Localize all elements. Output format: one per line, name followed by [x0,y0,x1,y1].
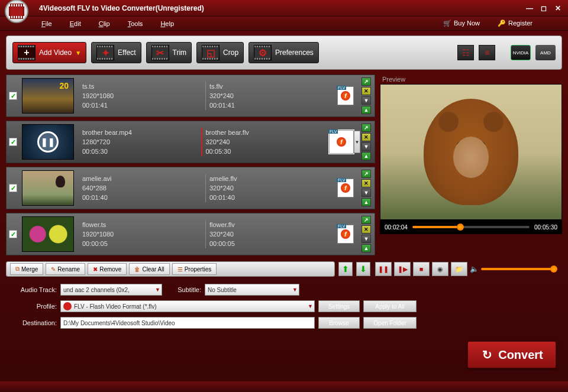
clear-all-button[interactable]: 🗑Clear All [129,263,169,275]
menu-file[interactable]: File [41,20,52,27]
file-duration: 00:00:05 [82,239,205,248]
file-name: flower.ts [82,220,205,229]
seek-slider[interactable] [412,226,530,228]
subtitle-select[interactable]: No Subtitle▼ [205,284,299,296]
file-expand-button[interactable]: ↗ [362,216,371,224]
trash-icon: 🗑 [134,266,140,273]
file-expand-button[interactable]: ↗ [362,124,371,132]
file-checkbox[interactable]: ✓ [9,92,17,100]
window-title: 4Videosoft FLV to Video Converter(Unregi… [33,4,524,12]
view-list-button[interactable]: ≡ [479,45,495,60]
profile-select[interactable]: FLV - Flash Video Format (*.flv) ▼ [60,300,315,312]
format-icon[interactable]: f [337,225,354,244]
preview-screen[interactable] [380,84,562,220]
crop-button[interactable]: ◱ Crop [196,42,244,63]
move-up-button[interactable]: ⬆ [338,262,353,276]
maximize-button[interactable]: ◻ [538,4,549,13]
info-icon: ☰ [178,266,183,273]
preferences-button[interactable]: ⚙ Preferences [248,42,319,63]
app-window: 4Videosoft FLV to Video Converter(Unregi… [0,0,568,392]
dropdown-arrow-icon: ▼ [75,50,81,56]
volume-control: 🔈 [470,265,555,273]
list-action-bar: ⧉Merge ✎Rename ✖Remove 🗑Clear All ☰Prope… [6,261,335,277]
file-name: amelie.avi [82,174,205,183]
output-name: ts.flv [209,82,333,91]
remove-button[interactable]: ✖Remove [88,263,127,275]
output-resolution: 320*240 [209,229,333,239]
nvidia-badge: NVIDIA [511,45,531,60]
step-button[interactable]: ❚▶ [394,262,411,276]
profile-label: Profile: [9,303,57,310]
menu-edit[interactable]: Edit [70,20,81,27]
stop-button[interactable]: ■ [413,262,430,276]
file-remove-button[interactable]: ✕ [362,225,371,234]
file-remove-button[interactable]: ✕ [362,179,371,187]
flash-icon: f [341,229,350,239]
speaker-icon[interactable]: 🔈 [470,265,479,273]
file-expand-button[interactable]: ↗ [362,170,371,178]
file-up-button[interactable]: ▲ [362,244,371,252]
minimize-button[interactable]: — [524,4,535,13]
format-icon[interactable]: f ▼ [329,130,354,154]
file-down-button[interactable]: ▼ [362,189,371,197]
file-up-button[interactable]: ▲ [362,106,371,114]
settings-button[interactable]: Settings [318,300,360,312]
rename-button[interactable]: ✎Rename [46,263,85,275]
file-down-button[interactable]: ▼ [362,96,371,105]
apply-to-all-button[interactable]: Apply to All [363,300,417,312]
snapshot-button[interactable]: ◉ [432,262,448,276]
format-dropdown-icon[interactable]: ▼ [354,131,360,153]
buy-now-link[interactable]: 🛒Buy Now [443,20,480,27]
move-down-button[interactable]: ⬇ [356,262,370,276]
trim-button[interactable]: ✂ Trim [146,42,192,63]
effect-button[interactable]: ✦ Effect [91,42,141,63]
file-item[interactable]: ✓ amelie.avi 640*288 00:01:40 amelie.flv… [6,167,375,209]
file-item[interactable]: ✓ ❚❚ brother bear.mp4 1280*720 00:05:30 … [6,121,375,163]
file-checkbox[interactable]: ✓ [9,230,17,238]
file-down-button[interactable]: ▼ [362,142,371,151]
menu-help[interactable]: Help [160,20,174,27]
open-folder-button[interactable]: Open Folder [363,317,417,329]
browse-button[interactable]: Browse [318,317,360,329]
file-list: ✓ ts.ts 1920*1080 00:01:41 ts.flv 320*24… [6,74,375,255]
file-item[interactable]: ✓ flower.ts 1920*1080 00:00:05 flower.fl… [6,213,375,255]
file-up-button[interactable]: ▲ [362,152,371,160]
flash-icon: f [341,91,350,101]
file-item[interactable]: ✓ ts.ts 1920*1080 00:01:41 ts.flv 320*24… [6,74,375,117]
file-expand-button[interactable]: ↗ [362,77,371,86]
flash-icon: f [337,137,346,147]
seek-knob-icon[interactable] [457,223,464,231]
convert-button[interactable]: ↻ Convert [467,341,556,368]
chevron-down-icon: ▼ [155,287,160,293]
menu-tools[interactable]: Tools [128,20,143,27]
file-checkbox[interactable]: ✓ [9,184,17,192]
file-checkbox[interactable]: ✓ [9,138,17,146]
audio-track-select[interactable]: und aac 2 channels (0x2,▼ [60,284,162,296]
menu-clip[interactable]: Clip [99,20,110,27]
file-thumbnail [22,170,74,206]
cart-icon: 🛒 [443,20,451,27]
volume-slider[interactable] [481,268,555,270]
file-resolution: 1920*1080 [82,229,205,239]
key-icon: 🔑 [498,20,506,27]
output-duration: 00:01:41 [209,101,333,110]
merge-button[interactable]: ⧉Merge [10,263,43,275]
file-remove-button[interactable]: ✕ [362,133,371,141]
destination-input[interactable]: D:\My Documents\4Videosoft Studio\Video [60,317,315,329]
file-controls: ↗ ✕ ▼ ▲ [362,216,372,252]
file-remove-button[interactable]: ✕ [362,87,371,95]
format-icon[interactable]: f [337,86,354,105]
volume-knob-icon[interactable] [550,265,557,273]
file-up-button[interactable]: ▲ [362,198,371,206]
properties-button[interactable]: ☰Properties [172,263,217,275]
view-detail-button[interactable]: ☷ [457,45,474,60]
format-icon[interactable]: f [337,179,354,197]
register-link[interactable]: 🔑Register [498,20,532,27]
pause-button[interactable]: ❚❚ [375,262,392,276]
add-video-button[interactable]: + Add Video▼ [12,42,86,63]
file-down-button[interactable]: ▼ [362,235,371,243]
output-duration: 00:05:30 [206,147,325,156]
snapshot-folder-button[interactable]: 📁 [451,262,467,276]
preview-controls: ❚❚ ❚▶ ■ ◉ 📁 🔈 [374,260,556,278]
close-button[interactable]: ✕ [553,4,563,13]
